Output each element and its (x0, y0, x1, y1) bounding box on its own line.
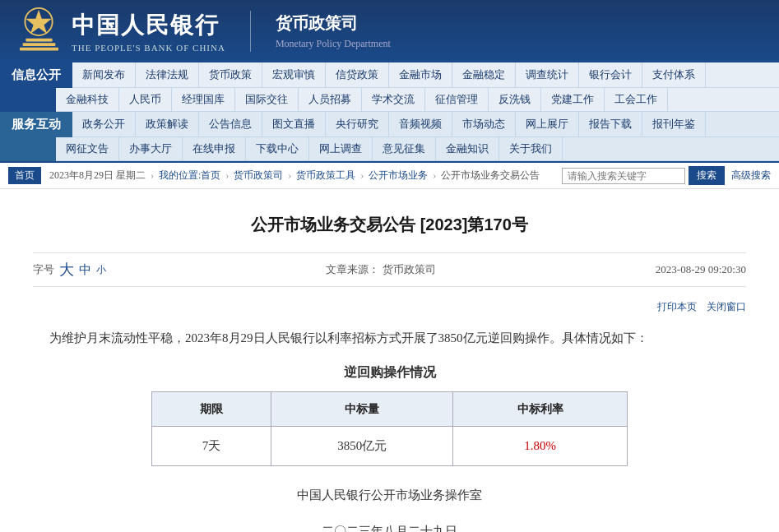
breadcrumb-market[interactable]: 公开市场业务 (369, 169, 428, 183)
nav-item-online-survey[interactable]: 网上调查 (309, 137, 373, 160)
breadcrumb-sep-5: › (433, 169, 436, 182)
nav-items-row1b: 金融科技 人民币 经理国库 国际交往 人员招募 学术交流 征信管理 反洗钱 党建… (56, 88, 779, 112)
nav-item-opinion[interactable]: 意见征集 (373, 137, 436, 160)
nav-item-survey[interactable]: 调查统计 (516, 62, 579, 87)
nav-item-recruit[interactable]: 人员招募 (299, 88, 362, 111)
nav-item-intl[interactable]: 国际交往 (235, 88, 299, 111)
nav-label-service: 服务互动 (0, 112, 72, 137)
main-content: 公开市场业务交易公告 [2023]第170号 字号 大 中 小 文章来源： 货币… (0, 189, 779, 532)
site-header: 中国人民银行 THE PEOPLE'S BANK OF CHINA 货币政策司 … (0, 0, 779, 62)
font-large-button[interactable]: 大 (59, 260, 74, 280)
cell-amount: 3850亿元 (271, 426, 453, 465)
nav-item-research[interactable]: 央行研究 (326, 112, 389, 136)
nav-item-govopen[interactable]: 政务公开 (72, 112, 136, 136)
logo-area: 中国人民银行 THE PEOPLE'S BANK OF CHINA (16, 7, 225, 56)
nav-item-download[interactable]: 下载中心 (246, 137, 309, 160)
table-row: 7天 3850亿元 1.80% (152, 426, 628, 465)
col-header-rate: 中标利率 (453, 391, 628, 426)
nav-item-rmb[interactable]: 人民币 (119, 88, 172, 111)
nav-item-graphics[interactable]: 图文直播 (262, 112, 326, 136)
article-footer: 中国人民银行公开市场业务操作室 二〇二三年八月二十九日 (49, 483, 730, 532)
cell-period: 7天 (152, 426, 271, 465)
nav-item-credit-mgmt[interactable]: 征信管理 (425, 88, 489, 111)
logo-text: 中国人民银行 THE PEOPLE'S BANK OF CHINA (72, 10, 225, 53)
nav-item-policyinterp[interactable]: 政策解读 (136, 112, 199, 136)
nav-items-row2: 政务公开 政策解读 公告信息 图文直播 央行研究 音频视频 市场动态 网上展厅 … (72, 112, 779, 137)
data-table: 期限 中标量 中标利率 7天 3850亿元 1.80% (151, 391, 628, 466)
footer-line1: 中国人民银行公开市场业务操作室 (49, 483, 730, 507)
nav-item-online-hall[interactable]: 网上展厅 (516, 112, 579, 136)
nav-item-notice[interactable]: 公告信息 (199, 112, 262, 136)
nav-item-law[interactable]: 法律法规 (136, 62, 199, 87)
breadcrumb-sep-1: › (151, 169, 154, 182)
article-datetime: 2023-08-29 09:20:30 (656, 263, 746, 276)
nav-label-1b (0, 88, 56, 112)
nav-row-1b: 金融科技 人民币 经理国库 国际交往 人员招募 学术交流 征信管理 反洗钱 党建… (0, 88, 779, 112)
nav-item-online-report[interactable]: 在线申报 (183, 137, 246, 160)
nav-item-credit[interactable]: 信贷政策 (326, 62, 389, 87)
col-header-amount: 中标量 (271, 391, 453, 426)
header-divider (250, 11, 251, 52)
breadcrumb-mypos[interactable]: 我的位置:首页 (159, 169, 220, 183)
breadcrumb-sep-4: › (360, 169, 364, 182)
nav-item-banking[interactable]: 银行会计 (579, 62, 642, 87)
nav-item-finstab[interactable]: 金融稳定 (452, 62, 516, 87)
nav-item-finmarket[interactable]: 金融市场 (389, 62, 452, 87)
navigation: 信息公开 新闻发布 法律法规 货币政策 宏观审慎 信贷政策 金融市场 金融稳定 … (0, 62, 779, 163)
breadcrumb-current: 公开市场业务交易公告 (441, 169, 540, 183)
breadcrumb-date: 2023年8月29日 星期二 (49, 169, 146, 183)
svg-rect-3 (23, 43, 56, 46)
nav-item-academic[interactable]: 学术交流 (362, 88, 425, 111)
nav-item-yearbook[interactable]: 报刊年鉴 (642, 112, 706, 136)
nav-row-2: 服务互动 政务公开 政策解读 公告信息 图文直播 央行研究 音频视频 市场动态 … (0, 112, 779, 137)
nav-items-row2b: 网征文告 办事大厅 在线申报 下载中心 网上调查 意见征集 金融知识 关于我们 (56, 137, 779, 161)
article-source: 文章来源： 货币政策司 (326, 262, 435, 277)
nav-item-treasury[interactable]: 经理国库 (172, 88, 235, 111)
nav-item-fintech[interactable]: 金融科技 (56, 88, 119, 111)
cell-rate: 1.80% (453, 426, 628, 465)
nav-item-market-dynamics[interactable]: 市场动态 (452, 112, 516, 136)
nav-item-payment[interactable]: 支付体系 (642, 62, 706, 87)
nav-item-about[interactable]: 关于我们 (499, 137, 563, 160)
print-button[interactable]: 打印本页 (657, 300, 697, 314)
nav-item-party[interactable]: 党建工作 (541, 88, 605, 111)
article-meta: 字号 大 中 小 文章来源： 货币政策司 2023-08-29 09:20:30 (33, 252, 746, 287)
nav-item-news[interactable]: 新闻发布 (72, 62, 136, 87)
nav-item-antimoney[interactable]: 反洗钱 (489, 88, 541, 111)
font-label: 字号 (33, 262, 54, 277)
nav-item-hall[interactable]: 办事大厅 (119, 137, 183, 160)
nav-label-info: 信息公开 (0, 62, 72, 88)
font-small-button[interactable]: 小 (96, 263, 106, 277)
logo-chinese: 中国人民银行 (72, 10, 225, 41)
font-medium-button[interactable]: 中 (79, 262, 91, 278)
search-input[interactable] (562, 168, 685, 184)
nav-item-monetary[interactable]: 货币政策 (199, 62, 262, 87)
svg-rect-2 (26, 39, 52, 42)
source-label: 文章来源： (326, 263, 379, 275)
nav-item-macro[interactable]: 宏观审慎 (262, 62, 326, 87)
nav-item-reports[interactable]: 报告下载 (579, 112, 642, 136)
svg-marker-1 (26, 10, 51, 35)
home-button[interactable]: 首页 (8, 167, 41, 184)
nav-item-union[interactable]: 工会工作 (605, 88, 668, 111)
breadcrumb-sep-3: › (288, 169, 291, 182)
article-body: 为维护月末流动性平稳，2023年8月29日人民银行以利率招标方式开展了3850亿… (33, 327, 746, 532)
breadcrumb-sep-2: › (225, 169, 229, 182)
breadcrumb-dept[interactable]: 货币政策司 (234, 169, 283, 183)
dept-en: Monetary Policy Department (276, 38, 391, 50)
nav-item-audio[interactable]: 音频视频 (389, 112, 452, 136)
col-header-period: 期限 (152, 391, 271, 426)
nav-item-征文[interactable]: 网征文告 (56, 137, 119, 160)
table-header-row: 期限 中标量 中标利率 (152, 391, 628, 426)
breadcrumb-tools[interactable]: 货币政策工具 (296, 169, 355, 183)
search-area: 搜索 高级搜索 (562, 166, 771, 185)
nav-item-finknowledge[interactable]: 金融知识 (436, 137, 499, 160)
article-title: 公开市场业务交易公告 [2023]第170号 (33, 214, 746, 236)
close-window-button[interactable]: 关闭窗口 (707, 300, 746, 314)
table-title: 逆回购操作情况 (49, 361, 730, 385)
advanced-search-link[interactable]: 高级搜索 (731, 169, 771, 183)
svg-rect-4 (20, 48, 58, 51)
article-intro: 为维护月末流动性平稳，2023年8月29日人民银行以利率招标方式开展了3850亿… (49, 327, 730, 349)
bank-emblem-icon (16, 7, 62, 56)
search-button[interactable]: 搜索 (689, 166, 725, 185)
